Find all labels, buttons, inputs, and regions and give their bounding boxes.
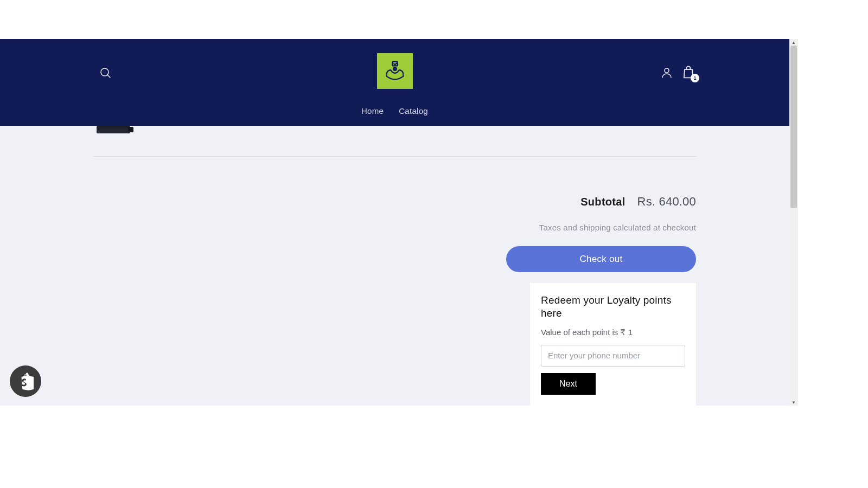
loyalty-phone-input[interactable] — [541, 345, 685, 367]
page-viewport: 1 Home Catalog Subtotal Rs. 640.00 Taxes… — [0, 39, 789, 406]
cart-count-badge: 1 — [691, 74, 699, 82]
shopify-bag-icon — [17, 372, 34, 390]
scrollbar-thumb[interactable] — [790, 46, 797, 208]
vertical-scrollbar[interactable]: ▲ ▼ — [789, 39, 798, 406]
loyalty-next-button[interactable]: Next — [541, 373, 596, 395]
user-icon — [660, 66, 673, 79]
checkout-row: Check out — [93, 246, 696, 272]
cart-subtotal-row: Subtotal Rs. 640.00 — [93, 195, 696, 209]
cart-button[interactable]: 1 — [681, 65, 696, 80]
tax-shipping-note: Taxes and shipping calculated at checkou… — [93, 223, 696, 232]
nav-home[interactable]: Home — [360, 104, 385, 118]
loyalty-card: Redeem your Loyalty points here Value of… — [530, 283, 696, 406]
primary-nav: Home Catalog — [0, 104, 789, 118]
account-button[interactable] — [660, 66, 673, 79]
svg-point-4 — [665, 68, 669, 73]
site-header: 1 Home Catalog — [0, 39, 789, 126]
header-top: 1 — [0, 39, 789, 103]
svg-point-2 — [393, 67, 397, 71]
nav-catalog[interactable]: Catalog — [398, 104, 429, 118]
search-icon — [99, 66, 112, 79]
svg-line-1 — [107, 75, 110, 78]
checkout-button[interactable]: Check out — [506, 246, 696, 272]
search-button[interactable] — [99, 66, 112, 79]
page-root: 1 Home Catalog Subtotal Rs. 640.00 Taxes… — [0, 0, 868, 488]
store-logo[interactable] — [377, 53, 413, 89]
scrollbar-down-arrow-icon[interactable]: ▼ — [789, 399, 798, 406]
subtotal-amount: Rs. 640.00 — [637, 195, 696, 209]
loyalty-title: Redeem your Loyalty points here — [541, 294, 685, 320]
cart-divider — [93, 156, 696, 157]
subtotal-label: Subtotal — [580, 196, 625, 208]
scrollbar-up-arrow-icon[interactable]: ▲ — [789, 39, 798, 46]
loyalty-subtitle: Value of each point is ₹ 1 — [541, 328, 685, 337]
platform-badge[interactable] — [10, 365, 41, 397]
cart-content: Subtotal Rs. 640.00 Taxes and shipping c… — [0, 126, 789, 406]
logo-icon — [382, 59, 407, 84]
